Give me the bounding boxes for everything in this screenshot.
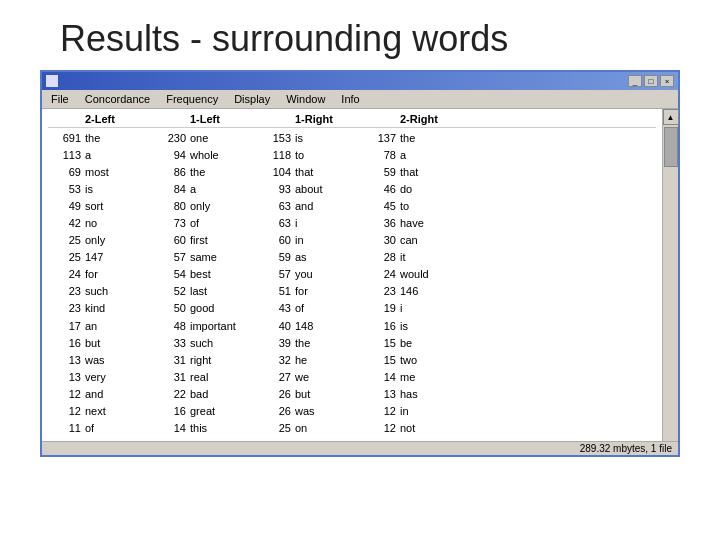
cell-n1l: 230 (153, 130, 188, 147)
scroll-up-button[interactable]: ▲ (663, 109, 679, 125)
cell-n1r: 39 (258, 335, 293, 352)
cell-w2l: a (83, 147, 153, 164)
cell-n2l: 11 (48, 420, 83, 437)
cell-w1l: such (188, 335, 258, 352)
table-row: 23 kind 50 good 43 of 19 i (48, 300, 656, 317)
cell-n1l: 54 (153, 266, 188, 283)
cell-w2l: 147 (83, 249, 153, 266)
cell-w1l: a (188, 181, 258, 198)
table-row: 17 an 48 important 40 148 16 is (48, 318, 656, 335)
col-header-spacer4 (363, 113, 398, 125)
cell-n1l: 33 (153, 335, 188, 352)
cell-n1r: 40 (258, 318, 293, 335)
cell-w1r: for (293, 283, 363, 300)
col-header-spacer3 (258, 113, 293, 125)
table-row: 13 very 31 real 27 we 14 me (48, 369, 656, 386)
table-row: 42 no 73 of 63 i 36 have (48, 215, 656, 232)
col-header-spacer1 (48, 113, 83, 125)
scrollbar[interactable]: ▲ (662, 109, 678, 441)
cell-w1r: of (293, 300, 363, 317)
data-table: 2-Left 1-Left 1-Right 2-Right 691 the 23… (42, 109, 662, 441)
content-area: 2-Left 1-Left 1-Right 2-Right 691 the 23… (42, 109, 678, 441)
cell-w1l: same (188, 249, 258, 266)
cell-w1l: one (188, 130, 258, 147)
cell-n2r: 46 (363, 181, 398, 198)
cell-w1l: whole (188, 147, 258, 164)
application-window: _ □ × File Concordance Frequency Display… (40, 70, 680, 457)
cell-w1l: first (188, 232, 258, 249)
cell-n2r: 12 (363, 420, 398, 437)
cell-n1l: 84 (153, 181, 188, 198)
cell-w2r: a (398, 147, 468, 164)
cell-n1l: 31 (153, 369, 188, 386)
menu-concordance[interactable]: Concordance (82, 92, 153, 106)
cell-n1l: 50 (153, 300, 188, 317)
cell-w1r: about (293, 181, 363, 198)
menu-file[interactable]: File (48, 92, 72, 106)
cell-n1r: 25 (258, 420, 293, 437)
cell-n2l: 12 (48, 403, 83, 420)
cell-n1l: 73 (153, 215, 188, 232)
cell-n2r: 36 (363, 215, 398, 232)
cell-n2l: 24 (48, 266, 83, 283)
cell-n2l: 691 (48, 130, 83, 147)
cell-w1l: right (188, 352, 258, 369)
minimize-button[interactable]: _ (628, 75, 642, 87)
cell-n1r: 93 (258, 181, 293, 198)
cell-w2l: and (83, 386, 153, 403)
status-bar: 289.32 mbytes, 1 file (42, 441, 678, 455)
cell-w1r: is (293, 130, 363, 147)
cell-n2l: 113 (48, 147, 83, 164)
cell-n1l: 57 (153, 249, 188, 266)
menu-display[interactable]: Display (231, 92, 273, 106)
maximize-button[interactable]: □ (644, 75, 658, 87)
menu-bar: File Concordance Frequency Display Windo… (42, 90, 678, 109)
cell-n2r: 30 (363, 232, 398, 249)
cell-n1r: 63 (258, 215, 293, 232)
cell-w2r: 146 (398, 283, 468, 300)
cell-w1l: this (188, 420, 258, 437)
cell-n2l: 17 (48, 318, 83, 335)
cell-n2l: 25 (48, 249, 83, 266)
cell-n2r: 12 (363, 403, 398, 420)
cell-n2l: 23 (48, 283, 83, 300)
cell-n2r: 19 (363, 300, 398, 317)
cell-n2r: 45 (363, 198, 398, 215)
cell-w2r: to (398, 198, 468, 215)
title-bar-left (46, 75, 58, 87)
cell-n1l: 31 (153, 352, 188, 369)
cell-w1r: he (293, 352, 363, 369)
cell-n2l: 49 (48, 198, 83, 215)
cell-w1r: was (293, 403, 363, 420)
cell-n1l: 86 (153, 164, 188, 181)
cell-w2r: be (398, 335, 468, 352)
cell-w1l: important (188, 318, 258, 335)
title-bar-controls[interactable]: _ □ × (628, 75, 674, 87)
window-icon (46, 75, 58, 87)
data-rows: 691 the 230 one 153 is 137 the 113 a 94 … (48, 130, 656, 437)
cell-n1r: 43 (258, 300, 293, 317)
cell-w2l: but (83, 335, 153, 352)
cell-w2r: would (398, 266, 468, 283)
menu-window[interactable]: Window (283, 92, 328, 106)
close-button[interactable]: × (660, 75, 674, 87)
menu-info[interactable]: Info (338, 92, 362, 106)
table-row: 25 147 57 same 59 as 28 it (48, 249, 656, 266)
cell-w2l: was (83, 352, 153, 369)
cell-n2r: 28 (363, 249, 398, 266)
cell-w1l: bad (188, 386, 258, 403)
col-header-1right: 1-Right (293, 113, 363, 125)
scroll-thumb[interactable] (664, 127, 678, 167)
cell-w2r: have (398, 215, 468, 232)
cell-w2l: no (83, 215, 153, 232)
menu-frequency[interactable]: Frequency (163, 92, 221, 106)
cell-n2r: 14 (363, 369, 398, 386)
cell-w1r: in (293, 232, 363, 249)
table-row: 53 is 84 a 93 about 46 do (48, 181, 656, 198)
cell-n1r: 51 (258, 283, 293, 300)
cell-w2l: an (83, 318, 153, 335)
cell-w2r: me (398, 369, 468, 386)
cell-w2r: that (398, 164, 468, 181)
cell-n1r: 59 (258, 249, 293, 266)
table-row: 691 the 230 one 153 is 137 the (48, 130, 656, 147)
